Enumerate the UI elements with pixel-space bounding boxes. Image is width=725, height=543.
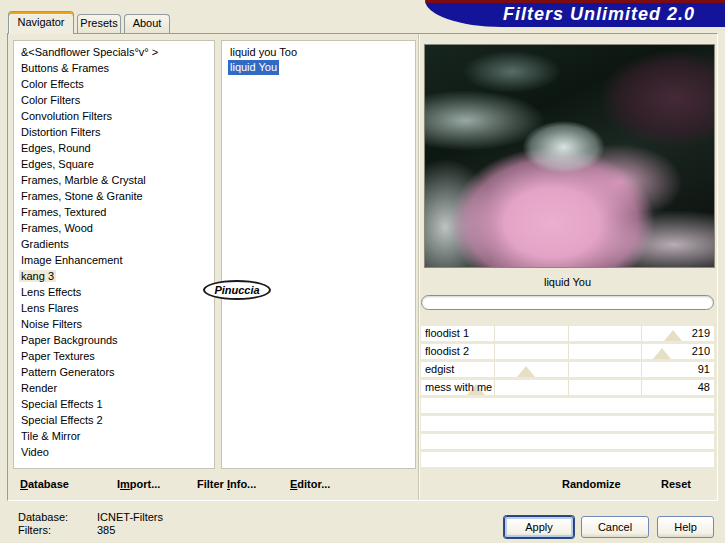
slider-tick — [494, 380, 495, 395]
reset-button[interactable]: Reset — [661, 478, 691, 490]
filter-item[interactable]: liquid You — [228, 60, 415, 75]
status-database-label: Database: — [18, 511, 97, 524]
editor-button[interactable]: Editor... — [290, 478, 330, 490]
category-item[interactable]: Paper Backgrounds — [19, 332, 214, 348]
category-item[interactable]: Lens Effects — [19, 284, 214, 300]
slider-tick — [494, 326, 495, 341]
status-filters-row: Filters:385 — [18, 524, 163, 537]
category-item-label: Pattern Generators — [19, 366, 117, 378]
category-item[interactable]: Lens Flares — [19, 300, 214, 316]
category-item[interactable]: Color Filters — [19, 92, 214, 108]
slider-row[interactable]: mess with me 48 — [421, 380, 714, 395]
filter-info-button[interactable]: Filter Info... — [197, 478, 256, 490]
category-item[interactable]: Video — [19, 444, 214, 460]
title-banner: Filters Unlimited 2.0 — [425, 0, 725, 27]
category-item[interactable]: Pattern Generators — [19, 364, 214, 380]
filter-item-label: liquid you Too — [228, 45, 299, 60]
apply-button[interactable]: Apply — [504, 516, 574, 538]
slider-tick — [641, 344, 642, 359]
category-item-label: Convolution Filters — [19, 110, 114, 122]
filter-info-button-label: Filter — [197, 478, 227, 490]
category-item-label: Paper Textures — [19, 350, 97, 362]
help-button[interactable]: Help — [657, 516, 714, 538]
category-item[interactable]: Edges, Round — [19, 140, 214, 156]
category-item-label: Frames, Stone & Granite — [19, 190, 145, 202]
empty-slider-row — [421, 398, 714, 413]
category-item[interactable]: Frames, Textured — [19, 204, 214, 220]
empty-slider-row — [421, 416, 714, 431]
category-item[interactable]: Paper Textures — [19, 348, 214, 364]
category-item[interactable]: Distortion Filters — [19, 124, 214, 140]
randomize-button[interactable]: Randomize — [562, 478, 621, 490]
tab-navigator[interactable]: Navigator — [8, 11, 74, 34]
slider-tick — [494, 362, 495, 377]
slider-value: 48 — [698, 381, 710, 394]
slider-value: 219 — [692, 327, 710, 340]
slider-row[interactable]: floodist 2 210 — [421, 344, 714, 359]
category-item-label: Special Effects 2 — [19, 414, 105, 426]
selected-filter-name-label: liquid You — [544, 276, 591, 288]
slider-row[interactable]: edgist 91 — [421, 362, 714, 377]
category-item-label: Color Effects — [19, 78, 86, 90]
tab-presets[interactable]: Presets — [77, 14, 121, 33]
slider-tick — [568, 326, 569, 341]
category-item-label: Lens Effects — [19, 286, 83, 298]
category-item[interactable]: Convolution Filters — [19, 108, 214, 124]
slider-label: floodist 2 — [425, 345, 469, 358]
category-item[interactable]: Frames, Stone & Granite — [19, 188, 214, 204]
category-item[interactable]: Frames, Marble & Crystal — [19, 172, 214, 188]
category-item[interactable]: Tile & Mirror — [19, 428, 214, 444]
category-item-label: Distortion Filters — [19, 126, 102, 138]
category-item-label: Edges, Round — [19, 142, 93, 154]
empty-slider-row — [421, 434, 714, 449]
slider-tick — [641, 362, 642, 377]
category-item[interactable]: Edges, Square — [19, 156, 214, 172]
category-item[interactable]: kang 3 — [19, 268, 214, 284]
category-item-label: Special Effects 1 — [19, 398, 105, 410]
category-item-label: kang 3 — [19, 270, 56, 282]
slider-label: mess with me — [425, 381, 492, 394]
category-item[interactable]: Frames, Wood — [19, 220, 214, 236]
category-item-label: Lens Flares — [19, 302, 80, 314]
filter-list: liquid you Too liquid You — [221, 40, 416, 469]
category-item[interactable]: &<Sandflower Specials°v° > — [19, 44, 214, 60]
category-item-label: Edges, Square — [19, 158, 96, 170]
category-item-label: Image Enhancement — [19, 254, 125, 266]
category-item-label: Frames, Textured — [19, 206, 108, 218]
randomize-button-label: Randomize — [562, 478, 621, 490]
slider-value: 91 — [698, 363, 710, 376]
slider-marker-icon[interactable] — [517, 366, 535, 377]
tab-about[interactable]: About — [124, 14, 170, 33]
empty-slider-row — [421, 452, 714, 467]
category-item-label: &<Sandflower Specials°v° > — [19, 46, 160, 58]
category-item-label: Buttons & Frames — [19, 62, 111, 74]
tab-presets-label: Presets — [80, 17, 117, 29]
slider-panel: floodist 1 219 floodist 2 210 edgist 91 … — [421, 326, 714, 398]
pinuccia-watermark: Pinuccia — [203, 280, 271, 300]
slider-marker-icon[interactable] — [664, 330, 682, 341]
category-item-label: Video — [19, 446, 51, 458]
category-item[interactable]: Noise Filters — [19, 316, 214, 332]
slider-marker-icon[interactable] — [653, 348, 671, 359]
category-item-label: Gradients — [19, 238, 71, 250]
category-item[interactable]: Gradients — [19, 236, 214, 252]
category-item[interactable]: Buttons & Frames — [19, 60, 214, 76]
category-item-label: Frames, Marble & Crystal — [19, 174, 148, 186]
category-item[interactable]: Special Effects 1 — [19, 396, 214, 412]
cancel-button[interactable]: Cancel — [581, 516, 649, 538]
import-button[interactable]: Import... — [117, 478, 160, 490]
category-item-label: Frames, Wood — [19, 222, 95, 234]
filter-preview-image — [424, 44, 715, 268]
category-item[interactable]: Image Enhancement — [19, 252, 214, 268]
category-item[interactable]: Color Effects — [19, 76, 214, 92]
slider-row[interactable]: floodist 1 219 — [421, 326, 714, 341]
filter-item[interactable]: liquid you Too — [228, 45, 415, 60]
database-button[interactable]: Database — [20, 478, 69, 490]
category-item[interactable]: Special Effects 2 — [19, 412, 214, 428]
app-title: Filters Unlimited 2.0 — [503, 4, 695, 24]
category-item[interactable]: Render — [19, 380, 214, 396]
empty-rows — [421, 398, 714, 470]
status-filters-label: Filters: — [18, 524, 97, 537]
watermark-label: Pinuccia — [214, 284, 259, 296]
category-item-label: Paper Backgrounds — [19, 334, 120, 346]
